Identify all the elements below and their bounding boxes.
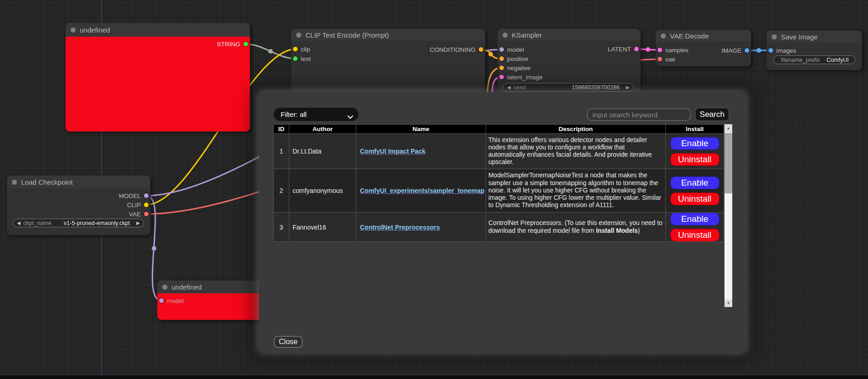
enable-button[interactable]: Enable bbox=[670, 213, 719, 225]
scroll-up-icon[interactable]: ▲ bbox=[724, 124, 732, 132]
filename-prefix-widget[interactable]: filename_prefix ComfyUI bbox=[773, 55, 856, 64]
input-slot-positive[interactable] bbox=[499, 56, 504, 61]
column-header-name: Name bbox=[356, 125, 486, 134]
uninstall-button[interactable]: Uninstall bbox=[670, 192, 719, 205]
column-header-install: Install bbox=[666, 125, 724, 134]
widget-label: filename_prefix bbox=[781, 57, 820, 63]
column-header-id: ID bbox=[274, 125, 289, 134]
cell-name: ControlNet Preprocessors bbox=[356, 213, 486, 242]
output-slot-model[interactable] bbox=[144, 193, 149, 198]
extension-row: 3Fannovel16ControlNet PreprocessorsContr… bbox=[274, 213, 724, 242]
link-midpoint-dot[interactable] bbox=[488, 52, 493, 56]
enable-button[interactable]: Enable bbox=[670, 176, 719, 189]
description-text: ) bbox=[638, 227, 640, 234]
widget-value: ComfyUI bbox=[826, 57, 849, 63]
node-header[interactable]: Save Image bbox=[767, 31, 862, 43]
extension-link[interactable]: ControlNet Preprocessors bbox=[360, 224, 440, 231]
description-text: This extension offers various detector n… bbox=[488, 137, 652, 166]
input-slot-vae[interactable] bbox=[658, 57, 662, 61]
output-slot-clip[interactable] bbox=[144, 203, 149, 207]
node-title: undefined bbox=[171, 283, 202, 291]
collapse-dot-icon[interactable] bbox=[772, 34, 777, 39]
collapse-dot-icon[interactable] bbox=[503, 33, 508, 38]
seed-widget[interactable]: ◀ seed 156680208700286 ▶ bbox=[503, 83, 634, 92]
cell-name: ComfyUI_experiments/sampler_tonemap bbox=[356, 169, 486, 213]
input-slot-model[interactable] bbox=[159, 298, 164, 303]
cell-install: EnableUninstall bbox=[666, 169, 724, 213]
link-midpoint-dot[interactable] bbox=[757, 48, 761, 53]
input-slot-samples[interactable] bbox=[658, 48, 662, 52]
table-scrollbar[interactable]: ▲ ▼ bbox=[724, 124, 732, 307]
slot-label: MODEL bbox=[119, 192, 141, 199]
increment-arrow-icon[interactable]: ▶ bbox=[136, 221, 140, 225]
node-header[interactable]: CLIP Text Encode (Prompt) bbox=[291, 29, 485, 41]
slot-label: LATENT bbox=[608, 46, 631, 53]
output-slot-image[interactable] bbox=[745, 48, 749, 53]
input-slot-model[interactable] bbox=[499, 47, 504, 52]
filter-select[interactable]: Filter: all bbox=[274, 108, 359, 121]
description-text: ModelSamplerTonemapNoiseTest a node that… bbox=[488, 172, 661, 209]
collapse-dot-icon[interactable] bbox=[12, 180, 17, 185]
node-title: undefined bbox=[80, 26, 110, 34]
input-slot-images[interactable] bbox=[768, 48, 773, 53]
table-header-row: ID Author Name Description Install bbox=[274, 125, 724, 134]
extensions-table-container: ID Author Name Description Install 1Dr.L… bbox=[273, 124, 724, 242]
cell-author: comfyanonymous bbox=[289, 169, 356, 213]
uninstall-button[interactable]: Uninstall bbox=[670, 153, 719, 166]
slot-label: CONDITIONING bbox=[430, 46, 475, 53]
output-slot-vae[interactable] bbox=[144, 212, 149, 216]
cell-description: ControlNet Preprocessors. (To use this e… bbox=[486, 213, 666, 242]
enable-button[interactable]: Enable bbox=[670, 137, 719, 150]
widget-value: v1-5-pruned-emaonly.ckpt bbox=[64, 220, 130, 226]
increment-arrow-icon[interactable]: ▶ bbox=[626, 85, 630, 90]
column-header-description: Description bbox=[486, 125, 666, 134]
output-slot-latent[interactable] bbox=[634, 47, 639, 51]
slot-label: model bbox=[167, 297, 184, 304]
node-undefined-top[interactable]: undefined STRING bbox=[66, 23, 250, 132]
collapse-dot-icon[interactable] bbox=[71, 27, 76, 33]
node-save-image[interactable]: Save Image images filename_prefix ComfyU… bbox=[767, 31, 862, 70]
input-slot-clip[interactable] bbox=[293, 47, 298, 51]
node-header[interactable]: VAE Decode bbox=[656, 30, 751, 42]
search-input[interactable] bbox=[587, 108, 691, 121]
link-midpoint-dot[interactable] bbox=[152, 246, 156, 251]
output-slot-conditioning[interactable] bbox=[479, 47, 483, 52]
collapse-dot-icon[interactable] bbox=[162, 285, 167, 290]
search-button[interactable]: Search bbox=[695, 107, 730, 121]
input-slot-negative[interactable] bbox=[499, 66, 504, 70]
slot-label: STRING bbox=[217, 41, 240, 48]
extension-link[interactable]: ComfyUI Impact Pack bbox=[360, 148, 426, 155]
cell-author: Fannovel16 bbox=[289, 213, 356, 242]
input-slot-latent-image[interactable] bbox=[499, 75, 504, 79]
decrement-arrow-icon[interactable]: ◀ bbox=[17, 221, 21, 225]
node-title: Load Checkpoint bbox=[21, 178, 73, 186]
node-title: KSampler bbox=[512, 31, 542, 39]
node-header[interactable]: Load Checkpoint bbox=[7, 176, 150, 188]
link-midpoint-dot[interactable] bbox=[646, 47, 650, 52]
slot-label: negative bbox=[507, 65, 531, 71]
node-vae-decode[interactable]: VAE Decode samples vae IMAGE bbox=[656, 30, 751, 66]
node-header[interactable]: undefined bbox=[66, 23, 250, 37]
node-load-checkpoint[interactable]: Load Checkpoint MODEL CLIP VAE ◀ ckpt_na… bbox=[7, 176, 150, 235]
collapse-dot-icon[interactable] bbox=[661, 33, 666, 38]
cell-description: This extension offers various detector n… bbox=[486, 134, 666, 169]
close-button[interactable]: Close bbox=[274, 336, 303, 348]
cell-id: 2 bbox=[274, 169, 289, 213]
uninstall-button[interactable]: Uninstall bbox=[670, 229, 719, 242]
scroll-down-icon[interactable]: ▼ bbox=[724, 299, 732, 307]
node-header[interactable]: KSampler bbox=[498, 29, 641, 41]
node-title: Save Image bbox=[781, 33, 818, 41]
extensions-table: ID Author Name Description Install 1Dr.L… bbox=[273, 124, 724, 242]
output-slot-string[interactable] bbox=[243, 42, 248, 46]
description-bold-text: Install Models bbox=[596, 227, 638, 234]
input-slot-text[interactable] bbox=[293, 56, 298, 61]
canvas-bottom-edge bbox=[0, 375, 868, 379]
collapse-dot-icon[interactable] bbox=[296, 33, 301, 38]
scrollbar-thumb[interactable] bbox=[724, 133, 732, 193]
link-midpoint-dot[interactable] bbox=[268, 49, 273, 54]
ckpt-name-widget[interactable]: ◀ ckpt_name v1-5-pruned-emaonly.ckpt ▶ bbox=[13, 219, 144, 227]
cell-name: ComfyUI Impact Pack bbox=[356, 134, 486, 169]
extension-link[interactable]: ComfyUI_experiments/sampler_tonemap bbox=[360, 187, 485, 194]
decrement-arrow-icon[interactable]: ◀ bbox=[507, 85, 511, 90]
node-graph-canvas[interactable]: undefined STRING CLIP Text Encode (Promp… bbox=[0, 0, 868, 379]
